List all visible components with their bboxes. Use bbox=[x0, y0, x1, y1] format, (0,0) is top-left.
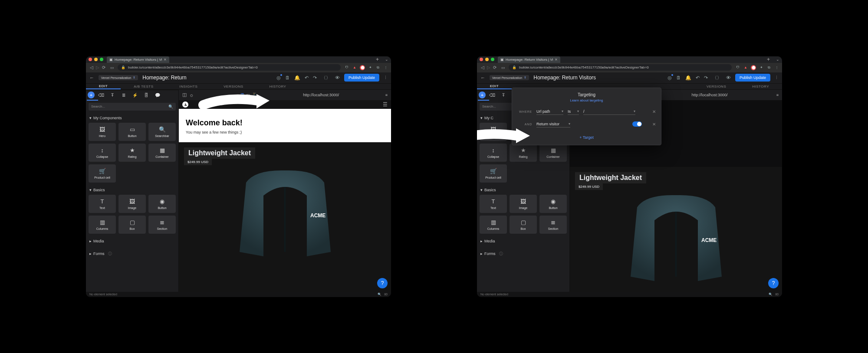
tile-box[interactable]: ▢Box bbox=[510, 216, 537, 234]
tab-history[interactable]: HISTORY bbox=[739, 84, 782, 89]
tab-edit[interactable]: EDIT bbox=[86, 84, 121, 89]
publish-button[interactable]: Publish Update bbox=[735, 74, 770, 82]
nav-reload-icon[interactable]: ⟳ bbox=[101, 65, 107, 70]
db-icon[interactable]: 🗄 bbox=[141, 90, 151, 100]
bell-icon[interactable]: 🔔 bbox=[294, 75, 300, 81]
and-field-select[interactable]: Return visitor bbox=[536, 121, 570, 127]
tile-text[interactable]: TText bbox=[89, 195, 116, 213]
tab-close-icon[interactable]: ✕ bbox=[164, 58, 167, 62]
and-toggle[interactable] bbox=[632, 121, 642, 127]
tab-insights[interactable]: INSIGHTS bbox=[167, 84, 211, 89]
tile-section[interactable]: ≣Section bbox=[539, 216, 567, 234]
close-dot[interactable] bbox=[89, 58, 92, 61]
tile-columns[interactable]: ▥Columns bbox=[89, 216, 116, 234]
tile-collapse[interactable]: ↕Collapse bbox=[89, 144, 116, 162]
eraser-icon[interactable]: ⌫ bbox=[96, 90, 106, 100]
overflow-icon[interactable]: ⋮ bbox=[775, 75, 779, 80]
ext-vercel-icon[interactable]: ▲ bbox=[743, 65, 748, 70]
tile-container[interactable]: ▦Container bbox=[148, 144, 176, 162]
product-block[interactable]: Lightweight Jacket $249.99 USD ACME bbox=[570, 167, 782, 292]
comment-icon[interactable]: 💬 bbox=[153, 90, 162, 100]
ext-shield-icon[interactable]: ⛉ bbox=[344, 65, 349, 70]
and-remove-icon[interactable]: ✕ bbox=[652, 122, 656, 127]
zoom-dot[interactable] bbox=[491, 58, 494, 61]
layers-icon[interactable]: ≣ bbox=[119, 90, 128, 100]
ext-window-icon[interactable]: ⧉ bbox=[375, 65, 381, 70]
ext-dot-icon[interactable]: ⬤ bbox=[360, 65, 365, 70]
bookmark-icon[interactable]: ▭ bbox=[110, 65, 114, 70]
close-dot[interactable] bbox=[480, 58, 483, 61]
section-basics[interactable]: ▾Basics bbox=[89, 188, 175, 192]
eraser-icon[interactable]: ⌫ bbox=[487, 90, 497, 100]
where-remove-icon[interactable]: ✕ bbox=[652, 109, 656, 114]
app-back-icon[interactable]: ← bbox=[480, 75, 485, 80]
bell-icon[interactable]: 🔔 bbox=[685, 75, 691, 81]
publish-button[interactable]: Publish Update bbox=[344, 74, 379, 82]
redo-icon[interactable]: ↷ bbox=[313, 75, 317, 81]
browser-tab[interactable]: ▣ Homepage: Return Visitors | Vi ✕ bbox=[498, 56, 560, 63]
browser-tab[interactable]: ▣ Homepage: Return Visitors | Vi ✕ bbox=[107, 56, 169, 63]
component-search[interactable]: Search... 🔍 bbox=[89, 103, 176, 111]
tile-image[interactable]: 🖼Image bbox=[510, 195, 537, 213]
tile-hero[interactable]: 🖼Hero bbox=[89, 123, 116, 141]
target-icon[interactable]: ◎ bbox=[276, 75, 281, 81]
tile-columns[interactable]: ▥Columns bbox=[480, 216, 507, 234]
project-tag[interactable]: Vercel Personalization ⇪ bbox=[490, 75, 529, 80]
browser-menu-icon[interactable]: ⋮ bbox=[383, 65, 388, 70]
new-tab-button[interactable]: + bbox=[764, 56, 773, 62]
section-forms[interactable]: ▸Formsⓘ bbox=[89, 251, 175, 257]
nav-back-icon[interactable]: ◁ bbox=[480, 65, 486, 70]
theme-icon[interactable]: ☼ bbox=[189, 92, 194, 98]
tabs-menu-chevron[interactable]: ⌄ bbox=[385, 57, 388, 62]
project-tag[interactable]: Vercel Personalization ⇪ bbox=[99, 75, 138, 80]
calendar-icon[interactable]: 🗓 bbox=[676, 75, 681, 80]
omnibox[interactable]: 🔒 builder.io/content/a8eccb3e9b944e46ba7… bbox=[509, 64, 732, 71]
calendar-icon[interactable]: 🗓 bbox=[285, 75, 290, 80]
tab-ab-tests[interactable]: A/B TESTS bbox=[121, 84, 166, 89]
tab-versions[interactable]: VERSIONS bbox=[694, 84, 739, 89]
preview-url[interactable]: http://localhost:3000/ bbox=[303, 93, 339, 97]
tile-rating[interactable]: ★Rating bbox=[118, 144, 146, 162]
tab-edit[interactable]: EDIT bbox=[477, 84, 512, 89]
panel-layout-icon[interactable]: ◫ bbox=[182, 92, 187, 98]
browser-menu-icon[interactable]: ⋮ bbox=[774, 65, 779, 70]
overflow-icon[interactable]: ⋮ bbox=[384, 75, 388, 80]
tile-text[interactable]: TText bbox=[480, 195, 507, 213]
add-icon[interactable]: + bbox=[479, 92, 486, 98]
minimize-dot[interactable] bbox=[485, 58, 489, 61]
ab-icon[interactable]: Ŧ bbox=[499, 90, 508, 100]
tile-basic-button[interactable]: ◉Button bbox=[539, 195, 567, 213]
tile-section[interactable]: ≣Section bbox=[148, 216, 176, 234]
preview-menu-icon[interactable]: ≡ bbox=[776, 93, 779, 97]
help-fab[interactable]: ? bbox=[768, 278, 779, 288]
undo-icon[interactable]: ↶ bbox=[696, 75, 700, 81]
section-basics[interactable]: ▾Basics bbox=[480, 188, 566, 192]
omnibox[interactable]: 🔒 builder.io/content/a8eccb3e9b944e46ba7… bbox=[118, 64, 341, 71]
ab-icon[interactable]: Ŧ bbox=[108, 90, 117, 100]
ext-shield-icon[interactable]: ⛉ bbox=[735, 65, 740, 70]
nav-back-icon[interactable]: ◁ bbox=[89, 65, 95, 70]
tile-container[interactable]: ▦Container bbox=[539, 144, 567, 162]
where-field-select[interactable]: Url path bbox=[536, 108, 563, 115]
code-icon[interactable]: 〈〉 bbox=[712, 75, 722, 81]
zoom-out-icon[interactable]: 🔍 bbox=[378, 293, 381, 296]
minimize-dot[interactable] bbox=[94, 58, 98, 61]
where-value-input[interactable]: / bbox=[583, 108, 635, 115]
eye-icon[interactable]: 👁 bbox=[335, 75, 340, 80]
ext-puzzle-icon[interactable]: ✦ bbox=[368, 65, 373, 70]
eye-icon[interactable]: 👁 bbox=[726, 75, 731, 80]
ext-vercel-icon[interactable]: ▲ bbox=[352, 65, 357, 70]
app-back-icon[interactable]: ← bbox=[89, 75, 94, 80]
tile-searchbar[interactable]: 🔍Searchbar bbox=[148, 123, 176, 141]
redo-icon[interactable]: ↷ bbox=[704, 75, 708, 81]
tabs-menu-chevron[interactable]: ⌄ bbox=[776, 57, 779, 62]
tab-history[interactable]: HISTORY bbox=[256, 84, 299, 89]
tile-box[interactable]: ▢Box bbox=[118, 216, 146, 234]
tile-button[interactable]: ▭Button bbox=[118, 123, 146, 141]
section-forms[interactable]: ▸Formsⓘ bbox=[480, 251, 566, 257]
preview-menu-icon[interactable]: ≡ bbox=[385, 93, 388, 97]
add-icon[interactable]: + bbox=[88, 92, 95, 98]
section-my-components[interactable]: ▾My Components bbox=[89, 116, 175, 120]
code-icon[interactable]: 〈〉 bbox=[321, 75, 331, 81]
undo-icon[interactable]: ↶ bbox=[305, 75, 309, 81]
